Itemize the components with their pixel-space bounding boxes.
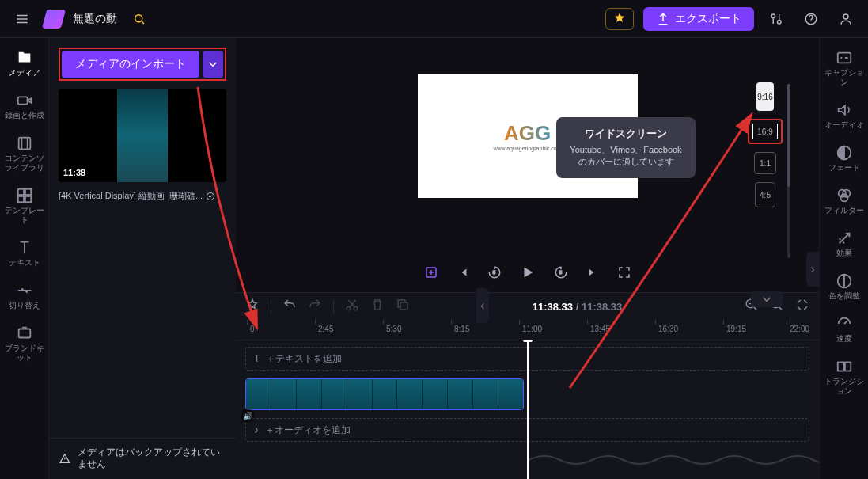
svg-rect-8 bbox=[25, 189, 30, 195]
undo-icon[interactable] bbox=[282, 298, 297, 315]
rnav-effects[interactable]: 効果 bbox=[823, 225, 866, 263]
import-media-button[interactable]: メディアのインポート bbox=[62, 51, 199, 78]
rnav-transition[interactable]: トランジション bbox=[823, 353, 866, 401]
clip-audio-icon[interactable]: 🔊 bbox=[241, 409, 255, 423]
svg-point-0 bbox=[135, 14, 142, 21]
enhance-icon[interactable] bbox=[424, 265, 438, 279]
svg-rect-6 bbox=[18, 138, 30, 150]
skip-end-icon[interactable] bbox=[586, 265, 600, 279]
panel-collapse-left[interactable]: ‹ bbox=[476, 288, 489, 323]
svg-point-4 bbox=[843, 14, 848, 19]
svg-rect-28 bbox=[844, 363, 850, 371]
svg-point-1 bbox=[771, 14, 775, 18]
media-panel: メディアのインポート 11:38 [4K Vertical Display] 縦… bbox=[49, 38, 236, 479]
help-icon[interactable] bbox=[798, 6, 824, 32]
svg-point-2 bbox=[778, 20, 782, 24]
right-nav: キャプション オーディオ フェード フィルター 効果 色を調整 速度 トランジシ… bbox=[819, 38, 868, 479]
export-label: エクスポート bbox=[675, 12, 741, 26]
nav-library[interactable]: コンテンツライブラリ bbox=[3, 130, 46, 177]
svg-point-12 bbox=[207, 192, 214, 200]
preview-area: AGG www.aquagenographic.com ワイドスクリーン You… bbox=[236, 38, 819, 257]
rnav-audio[interactable]: オーディオ bbox=[823, 97, 866, 135]
panel-collapse-right[interactable]: › bbox=[806, 252, 819, 287]
nav-brandkit[interactable]: ブランドキット bbox=[3, 320, 46, 367]
ratio-dropdown[interactable] bbox=[751, 291, 783, 307]
media-thumbnail[interactable]: 11:38 bbox=[59, 89, 226, 182]
fullscreen-icon[interactable] bbox=[617, 265, 631, 279]
top-bar: 無題の動 エクスポート bbox=[0, 0, 868, 38]
magic-icon[interactable] bbox=[127, 6, 152, 32]
import-dropdown[interactable] bbox=[203, 51, 223, 78]
rnav-captions[interactable]: キャプション bbox=[823, 44, 866, 92]
svg-rect-11 bbox=[18, 329, 30, 338]
ratio-1-1[interactable]: 1:1 bbox=[754, 152, 776, 174]
ratio-4-5[interactable]: 4:5 bbox=[755, 182, 775, 207]
nav-media[interactable]: メディア bbox=[3, 44, 46, 82]
canvas-logo: AGG bbox=[494, 121, 562, 146]
project-title[interactable]: 無題の動 bbox=[73, 12, 117, 26]
left-nav: メディア 録画と作成 コンテンツライブラリ テンプレート テキスト 切り替え ブ… bbox=[0, 38, 49, 479]
rnav-filters[interactable]: フィルター bbox=[823, 182, 866, 220]
svg-rect-5 bbox=[17, 97, 27, 104]
app-logo bbox=[42, 10, 66, 29]
timeline-toolbar: 11:38.33 / 11:38.33 bbox=[236, 293, 819, 320]
skip-start-icon[interactable] bbox=[456, 265, 470, 279]
aspect-ratio-list: 9:16 16:9 1:1 4:5 bbox=[748, 82, 783, 207]
svg-rect-18 bbox=[400, 302, 407, 310]
timeline-time: 11:38.33 / 11:38.33 bbox=[421, 301, 733, 313]
play-icon[interactable] bbox=[519, 264, 536, 281]
ratio-16-9[interactable]: 16:9 bbox=[748, 119, 783, 144]
svg-rect-21 bbox=[837, 53, 851, 63]
delete-icon[interactable] bbox=[370, 298, 385, 315]
svg-text:5: 5 bbox=[559, 270, 562, 275]
nav-text[interactable]: テキスト bbox=[3, 234, 46, 272]
svg-text:5: 5 bbox=[492, 270, 495, 275]
cut-icon[interactable] bbox=[345, 298, 359, 315]
import-row: メディアのインポート bbox=[59, 48, 226, 81]
svg-point-25 bbox=[840, 194, 847, 201]
redo-icon[interactable] bbox=[308, 298, 322, 315]
timeline-ruler[interactable]: 0 2:45 5:30 8:15 11:00 13:45 16:30 19:15… bbox=[236, 320, 819, 340]
ratio-scrollbar[interactable] bbox=[787, 84, 790, 258]
premium-badge[interactable] bbox=[605, 8, 634, 30]
thumbnail-caption: [4K Vertical Display] 縦動画_珊瑚礁... bbox=[59, 190, 226, 202]
playhead[interactable] bbox=[527, 340, 529, 479]
backup-warning: メディアはバックアップされていません bbox=[49, 438, 236, 479]
timeline: 11:38.33 / 11:38.33 0 2:45 5:30 8:15 11:… bbox=[236, 292, 819, 479]
rnav-speed[interactable]: 速度 bbox=[823, 310, 866, 348]
settings-icon[interactable] bbox=[764, 6, 789, 32]
timeline-tracks[interactable]: T＋テキストを追加 🔊 ♪＋オーディオを追加 bbox=[236, 340, 819, 479]
rnav-fade[interactable]: フェード bbox=[823, 139, 866, 177]
main-area: メディア 録画と作成 コンテンツライブラリ テンプレート テキスト 切り替え ブ… bbox=[0, 38, 868, 479]
fit-icon[interactable] bbox=[795, 298, 809, 315]
player-controls: 5 5 bbox=[236, 257, 819, 292]
nav-transitions[interactable]: 切り替え bbox=[3, 277, 46, 315]
svg-rect-9 bbox=[17, 196, 23, 202]
ratio-9-16[interactable]: 9:16 bbox=[756, 82, 774, 111]
forward-5-icon[interactable]: 5 bbox=[554, 265, 568, 279]
rewind-5-icon[interactable]: 5 bbox=[487, 265, 502, 279]
svg-rect-27 bbox=[837, 363, 843, 371]
copy-icon[interactable] bbox=[396, 298, 410, 315]
nav-record[interactable]: 録画と作成 bbox=[3, 87, 46, 125]
auto-icon[interactable] bbox=[245, 298, 260, 315]
account-icon[interactable] bbox=[833, 6, 859, 32]
video-clip[interactable] bbox=[245, 378, 524, 410]
ratio-tooltip: ワイドスクリーン Youtube、Vimeo、Facebook のカバーに適して… bbox=[556, 117, 696, 178]
svg-rect-7 bbox=[17, 189, 23, 195]
rnav-color[interactable]: 色を調整 bbox=[823, 268, 866, 306]
canvas-subtext: www.aquagenographic.com bbox=[494, 146, 562, 151]
export-button[interactable]: エクスポート bbox=[643, 7, 754, 31]
nav-templates[interactable]: テンプレート bbox=[3, 182, 46, 230]
stage: AGG www.aquagenographic.com ワイドスクリーン You… bbox=[236, 38, 819, 479]
svg-rect-10 bbox=[25, 196, 30, 202]
thumbnail-duration: 11:38 bbox=[63, 168, 85, 177]
menu-icon[interactable] bbox=[9, 6, 35, 32]
